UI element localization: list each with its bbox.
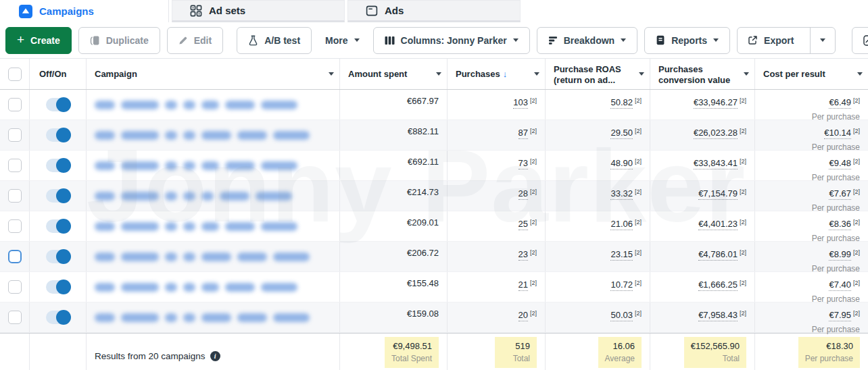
chevron-down-icon[interactable]: [639, 72, 644, 76]
conversion-value-cell: €1,666.25[2]: [650, 272, 755, 302]
campaign-name-redacted[interactable]: [87, 151, 340, 180]
campaign-name-redacted[interactable]: [87, 181, 340, 211]
purchases-value[interactable]: 103: [513, 97, 528, 109]
header-purchases-conversion-value[interactable]: Purchases conversion value: [650, 59, 755, 89]
row-checkbox-focused[interactable]: [8, 250, 22, 263]
campaign-toggle[interactable]: [46, 250, 70, 263]
roas-value[interactable]: 21.06: [610, 219, 633, 230]
purchases-value[interactable]: 87: [519, 128, 528, 139]
columns-button[interactable]: Columns: Jonny Parker: [373, 27, 530, 54]
ref-note: [2]: [740, 188, 746, 195]
purchases-value[interactable]: 73: [519, 158, 528, 169]
charts-button[interactable]: Charts: [852, 27, 868, 54]
conversion-value[interactable]: €4,401.23: [698, 219, 738, 230]
info-icon[interactable]: i: [210, 351, 220, 361]
roas-value[interactable]: 50.82: [610, 97, 633, 109]
roas-value[interactable]: 10.72: [610, 280, 633, 291]
create-button[interactable]: + Create: [5, 27, 72, 54]
campaign-name-redacted[interactable]: [87, 272, 340, 302]
conversion-value[interactable]: €33,946.27: [694, 97, 738, 109]
campaign-toggle[interactable]: [46, 280, 70, 294]
purchases-value[interactable]: 25: [519, 219, 528, 230]
purchases-value[interactable]: 21: [519, 280, 528, 291]
row-checkbox[interactable]: [8, 189, 22, 203]
campaign-toggle[interactable]: [46, 128, 70, 142]
roas-value[interactable]: 50.03: [610, 310, 633, 321]
select-all-cell: [0, 59, 30, 89]
campaign-toggle[interactable]: [46, 219, 70, 233]
roas-value[interactable]: 29.50: [610, 128, 633, 139]
select-all-checkbox[interactable]: [8, 68, 22, 81]
roas-average-value: 16.06: [605, 341, 635, 351]
charts-icon: [863, 35, 868, 46]
header-campaign[interactable]: Campaign: [87, 59, 340, 89]
edit-button[interactable]: Edit: [167, 27, 223, 54]
cost-value[interactable]: €7.40: [829, 280, 851, 291]
cost-value[interactable]: €8.36: [829, 219, 851, 230]
purchases-total-label: Total: [502, 354, 530, 363]
tab-ad-sets[interactable]: Ad sets: [172, 0, 345, 22]
row-checkbox[interactable]: [8, 280, 22, 294]
table-header: Off/On Campaign Amount spent Purchases↓ …: [0, 58, 868, 90]
ab-test-button[interactable]: A/B test: [237, 27, 312, 54]
export-icon: [748, 35, 758, 45]
chevron-down-icon[interactable]: [744, 72, 749, 76]
campaign-toggle[interactable]: [46, 189, 70, 203]
reports-label: Reports: [671, 35, 707, 46]
conversion-value[interactable]: €7,958.43: [698, 310, 738, 321]
cost-value[interactable]: €10.14: [824, 128, 851, 139]
tab-campaigns[interactable]: Campaigns: [0, 0, 169, 22]
conversion-value[interactable]: €1,666.25: [698, 280, 738, 291]
purchases-value[interactable]: 23: [519, 249, 528, 261]
reports-button[interactable]: Reports: [644, 27, 730, 54]
export-button[interactable]: Export: [738, 28, 804, 53]
chevron-down-icon: [713, 38, 719, 42]
campaign-name-redacted[interactable]: [87, 90, 340, 120]
header-purchase-roas[interactable]: Purchase ROAS (return on ad...: [546, 59, 650, 89]
campaign-toggle[interactable]: [46, 159, 70, 172]
chevron-down-icon[interactable]: [857, 72, 863, 76]
ref-note: [2]: [530, 310, 537, 317]
conversion-value[interactable]: €26,023.28: [694, 128, 738, 139]
cost-value[interactable]: €9.48: [829, 158, 851, 169]
more-button[interactable]: More: [318, 27, 366, 54]
header-cost-per-result[interactable]: Cost per result: [755, 59, 868, 89]
plus-icon: +: [17, 33, 24, 46]
roas-value[interactable]: 23.15: [610, 249, 633, 261]
header-amount-spent[interactable]: Amount spent: [340, 59, 448, 89]
purchases-value[interactable]: 20: [519, 310, 528, 321]
cost-value[interactable]: €7.95: [829, 310, 851, 321]
campaign-name-redacted[interactable]: [87, 120, 340, 150]
purchases-value[interactable]: 28: [519, 188, 528, 200]
cost-value[interactable]: €6.49: [829, 97, 851, 109]
row-checkbox[interactable]: [8, 311, 22, 324]
row-checkbox[interactable]: [8, 159, 22, 172]
roas-value[interactable]: 33.32: [610, 188, 633, 200]
campaign-name-redacted[interactable]: [87, 242, 340, 271]
campaign-toggle[interactable]: [46, 98, 70, 111]
conversion-value-cell: €7,958.43[2]: [650, 302, 755, 332]
total-spent-highlight: €9,498.51Total Spent: [385, 337, 439, 368]
tab-ads[interactable]: Ads: [347, 0, 521, 22]
conversion-value[interactable]: €33,843.41: [694, 158, 738, 169]
cost-value[interactable]: €8.99: [829, 249, 851, 261]
purchases-cell: 25[2]: [448, 211, 546, 241]
row-checkbox[interactable]: [8, 219, 22, 233]
chevron-down-icon[interactable]: [436, 72, 441, 76]
roas-value[interactable]: 48.90: [610, 158, 633, 169]
breakdown-button[interactable]: Breakdown: [537, 27, 637, 54]
row-checkbox[interactable]: [8, 128, 22, 142]
campaign-name-redacted[interactable]: [87, 302, 340, 332]
conversion-value[interactable]: €4,786.01: [698, 249, 738, 261]
row-checkbox[interactable]: [8, 98, 22, 111]
chevron-down-icon[interactable]: [329, 72, 334, 76]
export-dropdown-button[interactable]: [810, 28, 835, 53]
campaign-toggle[interactable]: [46, 311, 70, 324]
duplicate-button[interactable]: Duplicate: [78, 27, 160, 54]
conversion-value[interactable]: €7,154.79: [698, 188, 738, 200]
campaign-name-redacted[interactable]: [87, 211, 340, 241]
chevron-down-icon[interactable]: [534, 72, 539, 76]
ref-note: [2]: [635, 158, 642, 165]
cost-value[interactable]: €7.67: [829, 188, 851, 200]
header-purchases[interactable]: Purchases↓: [448, 59, 546, 89]
